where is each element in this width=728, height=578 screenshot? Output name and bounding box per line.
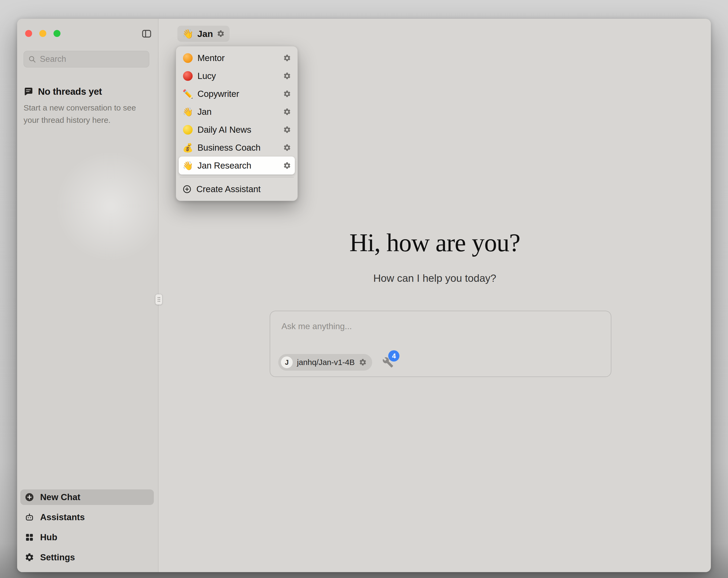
model-settings-gear-icon[interactable] <box>359 358 367 366</box>
assistant-emoji: 💰 <box>182 142 193 153</box>
greeting-title: Hi, how are you? <box>159 228 711 257</box>
assistants-icon <box>25 512 34 522</box>
sidebar-resize-handle[interactable] <box>155 294 162 305</box>
create-assistant-button[interactable]: Create Assistant <box>179 180 295 198</box>
search-input[interactable] <box>40 54 147 64</box>
assistant-selector-button[interactable]: 👋 Jan <box>177 26 230 42</box>
traffic-lights <box>25 30 60 37</box>
assistant-settings-icon[interactable] <box>283 72 291 80</box>
nav-item-label: Settings <box>40 552 75 562</box>
assistant-menu-item-label: Copywriter <box>198 89 279 99</box>
assistant-menu-item-label: Jan Research <box>198 160 279 171</box>
assistant-menu-item[interactable]: 🟡 Daily AI News <box>179 121 295 139</box>
search-icon <box>28 55 36 63</box>
assistant-menu-item[interactable]: ✏️ Copywriter <box>179 85 295 103</box>
assistant-emoji: ✏️ <box>182 89 193 99</box>
assistant-settings-icon[interactable] <box>283 161 291 170</box>
assistant-emoji: 👋 <box>182 28 193 39</box>
panel-toggle-icon <box>141 28 152 39</box>
assistant-menu-item-label: Lucy <box>198 71 279 81</box>
assistant-menu-item-label: Mentor <box>198 53 279 63</box>
model-avatar: J <box>281 356 293 368</box>
assistant-menu-item[interactable]: 🍎 Lucy <box>179 67 295 85</box>
sidebar: No threads yet Start a new conversation … <box>17 19 158 572</box>
plus-circle-icon <box>25 493 34 502</box>
assistant-emoji: 🟡 <box>183 125 192 134</box>
sidebar-item-hub[interactable]: Hub <box>20 530 154 545</box>
assistant-menu: 🟠 Mentor 🍎 Lucy ✏️ Copywriter <box>176 46 298 201</box>
assistant-settings-icon[interactable] <box>283 54 291 62</box>
assistant-menu-item[interactable]: 💰 Business Coach <box>179 139 295 156</box>
tools-button[interactable]: 4 <box>382 357 394 368</box>
assistant-settings-icon[interactable] <box>283 90 291 98</box>
settings-gear-icon <box>25 553 34 562</box>
assistant-emoji: 👋 <box>182 160 193 171</box>
welcome-hero: Hi, how are you? How can I help you toda… <box>159 228 711 284</box>
minimize-window-button[interactable] <box>39 30 46 37</box>
nav-item-label: Assistants <box>40 512 85 522</box>
menu-divider <box>180 177 294 177</box>
assistant-settings-icon[interactable] <box>283 108 291 116</box>
assistant-settings-icon[interactable] <box>283 126 291 134</box>
search-box[interactable] <box>24 51 149 68</box>
composer-toolbar: J janhq/Jan-v1-4B 4 <box>278 354 394 371</box>
chat-composer[interactable]: J janhq/Jan-v1-4B 4 <box>270 311 612 377</box>
nav-item-label: Hub <box>40 532 57 543</box>
assistant-menu-list: 🟠 Mentor 🍎 Lucy ✏️ Copywriter <box>179 49 295 174</box>
assistant-menu-item[interactable]: 🟠 Mentor <box>179 49 295 67</box>
sidebar-toggle-button[interactable] <box>141 28 152 39</box>
assistant-menu-item[interactable]: 👋 Jan Research <box>179 156 295 174</box>
assistant-emoji: 👋 <box>182 106 193 117</box>
main-area: 👋 Jan 🟠 Mentor 🍎 Lucy <box>159 19 711 572</box>
assistant-menu-item[interactable]: 👋 Jan <box>179 103 295 121</box>
chat-input[interactable] <box>282 321 600 331</box>
assistant-name: Jan <box>197 29 213 39</box>
assistant-menu-item-label: Business Coach <box>198 143 279 153</box>
assistant-settings-gear-icon[interactable] <box>217 30 225 38</box>
chat-bubble-icon <box>24 87 33 96</box>
empty-state-description: Start a new conversation to see your thr… <box>24 102 146 126</box>
tools-count-badge: 4 <box>388 350 399 361</box>
app-window: No threads yet Start a new conversation … <box>17 19 711 572</box>
model-selector-button[interactable]: J janhq/Jan-v1-4B <box>278 354 372 371</box>
greeting-subtitle: How can I help you today? <box>159 272 711 284</box>
assistant-emoji: 🍎 <box>183 71 192 81</box>
assistant-menu-item-label: Jan <box>198 107 279 117</box>
sidebar-item-settings[interactable]: Settings <box>20 550 154 565</box>
plus-circle-outline-icon <box>182 185 191 194</box>
sidebar-nav: New Chat Assistants Hub Settings <box>20 489 154 565</box>
grip-dots-icon <box>157 296 161 303</box>
sidebar-item-new-chat[interactable]: New Chat <box>20 489 154 505</box>
zoom-window-button[interactable] <box>53 30 60 37</box>
close-window-button[interactable] <box>25 30 32 37</box>
sidebar-item-assistants[interactable]: Assistants <box>20 509 154 525</box>
threads-empty-state: No threads yet Start a new conversation … <box>24 86 146 126</box>
assistant-settings-icon[interactable] <box>283 144 291 152</box>
assistant-menu-item-label: Daily AI News <box>198 125 279 135</box>
create-assistant-label: Create Assistant <box>197 184 261 194</box>
nav-item-label: New Chat <box>40 492 80 502</box>
model-name: janhq/Jan-v1-4B <box>297 358 355 367</box>
empty-state-title: No threads yet <box>38 86 102 97</box>
assistant-emoji: 🟠 <box>183 53 192 63</box>
hub-icon <box>25 532 34 542</box>
